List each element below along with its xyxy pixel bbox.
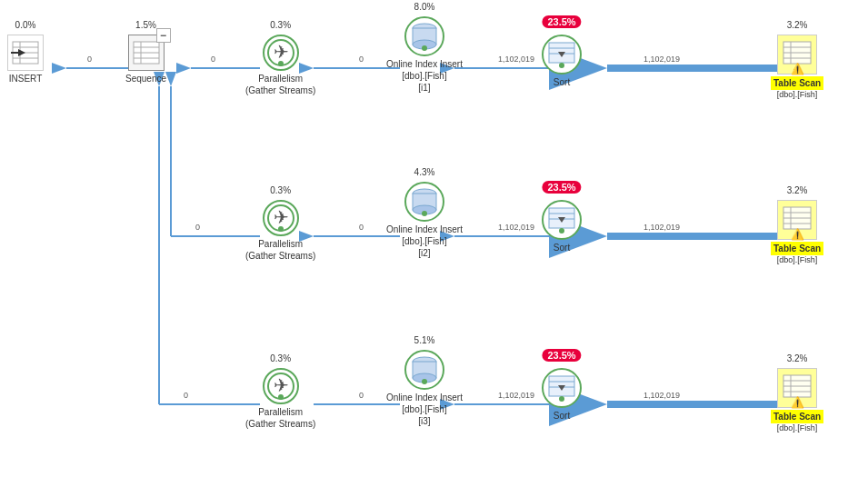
parallelism1-node[interactable]: 0.3% ✈ Parallelism(Gather Streams) xyxy=(245,35,315,96)
conn-label-s1-oi1: 1,102,019 xyxy=(498,55,534,64)
online-index2-pct: 4.3% xyxy=(414,167,435,177)
parallelism2-pct: 0.3% xyxy=(270,185,291,195)
table-scan2-node[interactable]: 3.2% ⚠️ Table Scan [dbo].[Fish] xyxy=(771,200,823,266)
parallelism1-pct: 0.3% xyxy=(270,20,291,30)
parallelism2-node[interactable]: 0.3% ✈ Parallelism(Gather Streams) xyxy=(245,200,315,262)
svg-point-59 xyxy=(559,228,564,234)
insert-pct: 0.0% xyxy=(15,20,36,30)
table-scan3-node[interactable]: 3.2% ⚠️ Table Scan [dbo].[Fish] xyxy=(771,368,823,434)
conn-label-oi3-p3: 0 xyxy=(359,391,364,400)
table-scan1-sublabel: [dbo].[Fish] xyxy=(777,90,818,101)
sequence-label: Sequence xyxy=(125,73,166,84)
sort2-pct: 23.5% xyxy=(542,181,581,194)
sort2-icon xyxy=(542,200,582,240)
svg-text:✈: ✈ xyxy=(273,42,288,62)
table-scan1-node[interactable]: 3.2% ! ⚠️ Table Scan [dbo].[Fish] xyxy=(771,35,823,101)
table-scan3-label: Table Scan xyxy=(771,410,823,423)
table-scan3-sublabel: [dbo].[Fish] xyxy=(777,423,818,434)
svg-point-31 xyxy=(278,61,284,66)
parallelism1-label: Parallelism(Gather Streams) xyxy=(245,73,315,96)
table-scan3-pct: 3.2% xyxy=(787,353,808,363)
sequence-pct: 1.5% xyxy=(135,20,156,30)
online-index2-icon xyxy=(404,182,444,222)
table-scan1-icon: ! ⚠️ xyxy=(777,35,817,75)
sort3-icon xyxy=(542,368,582,408)
table-scan1-label: Table Scan xyxy=(771,76,823,90)
online-index2-node[interactable]: 4.3% Online Index Insert[dbo].[Fish][i2] xyxy=(386,182,463,259)
conn-label-s3-oi3: 1,102,019 xyxy=(498,391,534,400)
sort1-label: Sort xyxy=(554,76,570,88)
conn-label-s2-oi2: 1,102,019 xyxy=(498,223,534,232)
conn-label-oi1-p1: 0 xyxy=(359,55,364,64)
insert-icon xyxy=(7,35,44,71)
insert-label: INSERT xyxy=(9,73,43,84)
sort2-node[interactable]: 23.5% Sort xyxy=(542,200,582,253)
parallelism3-pct: 0.3% xyxy=(270,353,291,363)
online-index3-node[interactable]: 5.1% Online Index Insert[dbo].[Fish][i3] xyxy=(386,350,463,427)
sort3-label: Sort xyxy=(554,410,570,422)
sort3-node[interactable]: 23.5% Sort xyxy=(542,368,582,422)
parallelism2-icon: ✈ xyxy=(263,200,299,236)
sort1-icon xyxy=(542,35,582,75)
conn-label-seq-ins: 0 xyxy=(87,55,92,64)
table-scan2-sublabel: [dbo].[Fish] xyxy=(777,255,818,266)
sequence-icon: − xyxy=(128,35,165,71)
svg-point-76 xyxy=(559,396,564,402)
conn-label-ts3-s3: 1,102,019 xyxy=(644,391,680,400)
online-index1-pct: 8.0% xyxy=(414,2,435,12)
sort3-pct: 23.5% xyxy=(542,349,581,362)
table-scan3-icon: ⚠️ xyxy=(777,368,817,408)
parallelism2-label: Parallelism(Gather Streams) xyxy=(245,238,315,262)
sequence-node[interactable]: 1.5% − Sequence xyxy=(125,35,166,84)
parallelism3-label: Parallelism(Gather Streams) xyxy=(245,406,315,430)
execution-plan-diagram: 0.0% INSERT 1.5% xyxy=(0,0,868,487)
online-index2-label: Online Index Insert[dbo].[Fish][i2] xyxy=(386,224,463,259)
svg-point-71 xyxy=(422,379,427,384)
online-index1-node[interactable]: 8.0% Online Index Insert[dbo].[Fish][i1] xyxy=(386,16,463,94)
table-scan1-pct: 3.2% xyxy=(787,20,808,30)
conn-label-p1-seq: 0 xyxy=(211,55,215,64)
svg-point-67 xyxy=(278,394,284,400)
table-scan2-pct: 3.2% xyxy=(787,185,808,195)
online-index1-label: Online Index Insert[dbo].[Fish][i1] xyxy=(386,58,463,94)
conn-label-p3-seq: 0 xyxy=(184,391,188,400)
table-scan2-icon: ⚠️ xyxy=(777,200,817,240)
svg-point-35 xyxy=(422,45,427,51)
online-index1-icon xyxy=(404,16,444,56)
sort2-label: Sort xyxy=(554,242,570,253)
parallelism1-icon: ✈ xyxy=(263,35,299,71)
parallelism3-node[interactable]: 0.3% ✈ Parallelism(Gather Streams) xyxy=(245,368,315,430)
sort1-node[interactable]: 23.5% Sort xyxy=(542,35,582,88)
svg-text:✈: ✈ xyxy=(273,207,288,227)
table-scan2-label: Table Scan xyxy=(771,242,823,255)
insert-node[interactable]: 0.0% INSERT xyxy=(7,35,44,84)
parallelism3-icon: ✈ xyxy=(263,368,299,404)
conn-label-p2-seq: 0 xyxy=(195,223,200,232)
svg-text:✈: ✈ xyxy=(273,375,288,395)
sort1-pct: 23.5% xyxy=(542,15,581,28)
svg-point-54 xyxy=(422,211,427,216)
conn-label-oi2-p2: 0 xyxy=(359,223,364,232)
conn-label-ts1-s1: 1,102,019 xyxy=(644,55,680,64)
online-index3-label: Online Index Insert[dbo].[Fish][i3] xyxy=(386,392,463,427)
svg-point-50 xyxy=(278,226,284,232)
conn-label-ts2-s2: 1,102,019 xyxy=(644,223,680,232)
online-index3-icon xyxy=(404,350,444,390)
online-index3-pct: 5.1% xyxy=(414,335,435,345)
svg-point-40 xyxy=(559,63,564,68)
